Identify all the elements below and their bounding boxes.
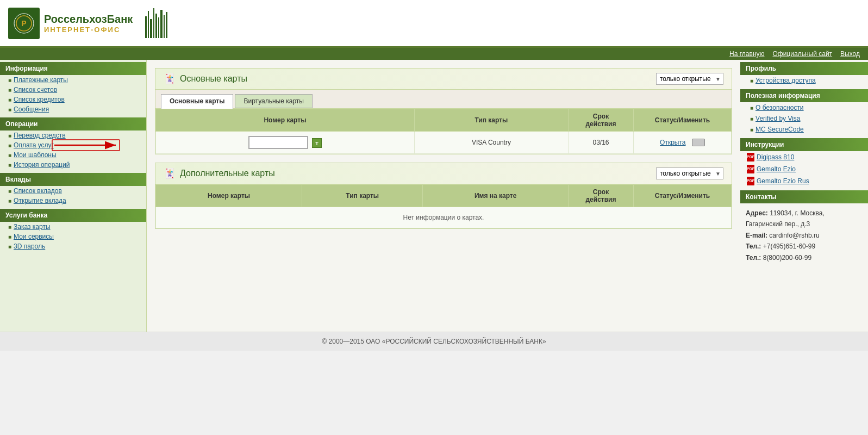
red-arrow-annotation — [52, 138, 122, 153]
add-cards-icon: 🃏 — [164, 167, 176, 179]
sidebar-item-credits[interactable]: ■ Список кредитов — [0, 95, 146, 104]
bank-services-header: Услуги банка — [0, 209, 146, 222]
card-edit-icon[interactable] — [692, 139, 705, 146]
barcode — [145, 8, 167, 38]
nav-official[interactable]: Официальный сайт — [773, 50, 833, 58]
bullet-icon: ■ — [750, 116, 753, 122]
primary-cards-header: 🃏 Основные карты только открытые все кар… — [155, 69, 732, 90]
email-value: cardinfo@rshb.ru — [769, 232, 819, 239]
info-section-header: Информация — [0, 62, 146, 75]
header: Р РоссельхозБанк ИНТЕРНЕТ-ОФИС — [0, 0, 868, 48]
main-content: 🃏 Основные карты только открытые все кар… — [147, 60, 740, 332]
copy-icon[interactable]: T — [312, 138, 322, 148]
add-col-expiry: Срокдействия — [569, 185, 634, 207]
sidebar-item-history[interactable]: ■ История операций — [0, 160, 146, 170]
add-col-name: Имя на карте — [423, 185, 569, 207]
profile-section: Профиль ■ Устройства доступа — [740, 62, 868, 86]
col-card-number: Номер карты — [156, 109, 415, 132]
status-open-link[interactable]: Открыта — [660, 139, 685, 146]
bullet-icon: ■ — [8, 198, 11, 204]
bullet-icon: ■ — [750, 105, 753, 111]
address-label: Адрес: — [746, 209, 768, 217]
gemalto-rus-link[interactable]: Gemalto Ezio Rus — [757, 177, 809, 185]
right-sidebar: Профиль ■ Устройства доступа Полезная ин… — [740, 60, 868, 332]
bullet-icon: ■ — [750, 78, 753, 84]
primary-filter-select[interactable]: только открытые все карты — [656, 73, 723, 85]
messages-link[interactable]: Сообщения — [14, 105, 49, 113]
gemalto-rus-item[interactable]: PDF Gemalto Ezio Rus — [740, 175, 868, 187]
table-row: T VISA Country 03/16 Открыта — [156, 132, 732, 154]
history-link[interactable]: История операций — [14, 161, 70, 169]
phone1-value: +7(495)651-60-99 — [763, 243, 815, 250]
tab-virtual-cards[interactable]: Виртуальные карты — [235, 94, 313, 108]
useful-section-header: Полезная информация — [740, 89, 868, 102]
bullet-icon: ■ — [8, 224, 11, 230]
bullet-icon: ■ — [8, 97, 11, 103]
info-section: Информация ■ Платежные карты ■ Список сч… — [0, 62, 146, 114]
additional-filter-wrapper: только открытые все карты ▼ — [656, 167, 723, 179]
add-col-status: Статус/Изменить — [634, 185, 732, 207]
my-services-link[interactable]: Мои сервисы — [14, 233, 54, 240]
mc-secure-link[interactable]: MC SecureCode — [755, 126, 804, 133]
bullet-icon: ■ — [8, 234, 11, 240]
top-nav: На главную Официальный сайт Выход — [0, 48, 868, 60]
verified-visa-link[interactable]: Verified by Visa — [755, 115, 801, 122]
credits-link[interactable]: Список кредитов — [14, 96, 65, 103]
tab-primary-cards[interactable]: Основные карты — [161, 94, 233, 109]
open-deposit-link[interactable]: Открытие вклада — [14, 197, 66, 204]
sidebar-item-payment-cards[interactable]: ■ Платежные карты — [0, 75, 146, 85]
card-number-cell: T — [156, 132, 415, 154]
nav-home[interactable]: На главную — [729, 50, 764, 58]
templates-link[interactable]: Мои шаблоны — [14, 151, 57, 159]
sidebar-item-my-services[interactable]: ■ Мои сервисы — [0, 232, 146, 241]
sidebar-item-order-card[interactable]: ■ Заказ карты — [0, 222, 146, 232]
pay-services-link[interactable]: Оплата услуг — [14, 141, 54, 149]
access-devices-item[interactable]: ■ Устройства доступа — [740, 75, 868, 86]
digipass-link[interactable]: Digipass 810 — [757, 153, 794, 161]
col-expiry: Срокдействия — [569, 109, 634, 132]
email-label: E-mail: — [746, 232, 767, 239]
gemalto-link[interactable]: Gemalto Ezio — [757, 165, 796, 173]
sidebar-item-pay-services[interactable]: ■ Оплата услуг — [0, 140, 146, 150]
bullet-icon: ■ — [8, 162, 11, 168]
security-info-link[interactable]: О безопасности — [755, 104, 804, 111]
digipass-item[interactable]: PDF Digipass 810 — [740, 151, 868, 163]
col-card-type: Тип карты — [414, 109, 568, 132]
nav-logout[interactable]: Выход — [840, 50, 860, 58]
main-layout: Информация ■ Платежные карты ■ Список сч… — [0, 60, 868, 332]
bank-services-section: Услуги банка ■ Заказ карты ■ Мои сервисы… — [0, 209, 146, 251]
accounts-link[interactable]: Список счетов — [14, 86, 57, 94]
payment-cards-link[interactable]: Платежные карты — [14, 76, 68, 84]
3d-password-link[interactable]: 3D пароль — [14, 243, 45, 250]
copyright: © 2000—2015 ОАО «РОССИЙСКИЙ СЕЛЬСКОХОЗЯЙ… — [322, 338, 546, 345]
sidebar-item-3d-password[interactable]: ■ 3D пароль — [0, 241, 146, 251]
bullet-icon: ■ — [8, 107, 11, 113]
pdf-icon: PDF — [747, 165, 754, 173]
sidebar-item-accounts[interactable]: ■ Список счетов — [0, 85, 146, 95]
security-info-item[interactable]: ■ О безопасности — [740, 102, 868, 113]
sidebar-item-open-deposit[interactable]: ■ Открытие вклада — [0, 196, 146, 206]
additional-cards-title: 🃏 Дополнительные карты — [164, 167, 275, 179]
sidebar-item-deposits-list[interactable]: ■ Список вкладов — [0, 186, 146, 196]
order-card-link[interactable]: Заказ карты — [14, 223, 51, 231]
pdf-icon: PDF — [747, 153, 754, 161]
status-cell: Открыта — [634, 132, 732, 154]
gemalto-item[interactable]: PDF Gemalto Ezio — [740, 163, 868, 175]
mc-secure-item[interactable]: ■ MC SecureCode — [740, 124, 868, 135]
bullet-icon: ■ — [750, 127, 753, 133]
profile-section-header: Профиль — [740, 62, 868, 75]
ops-section-header: Операции — [0, 117, 146, 130]
col-status: Статус/Изменить — [634, 109, 732, 132]
additional-title-text: Дополнительные карты — [180, 169, 275, 178]
logo-icon: Р — [13, 13, 35, 34]
additional-filter-select[interactable]: только открытые все карты — [656, 167, 723, 179]
add-col-card-type: Тип карты — [302, 185, 423, 207]
footer: © 2000—2015 ОАО «РОССИЙСКИЙ СЕЛЬСКОХОЗЯЙ… — [0, 332, 868, 351]
access-devices-link[interactable]: Устройства доступа — [755, 77, 816, 84]
verified-visa-item[interactable]: ■ Verified by Visa — [740, 113, 868, 124]
deposits-list-link[interactable]: Список вкладов — [14, 187, 62, 195]
sidebar-item-messages[interactable]: ■ Сообщения — [0, 104, 146, 114]
phone1-line: Тел.: +7(495)651-60-99 — [746, 241, 863, 252]
no-data-cell: Нет информации о картах. — [156, 207, 732, 228]
additional-cards-header: 🃏 Дополнительные карты только открытые в… — [155, 163, 732, 184]
